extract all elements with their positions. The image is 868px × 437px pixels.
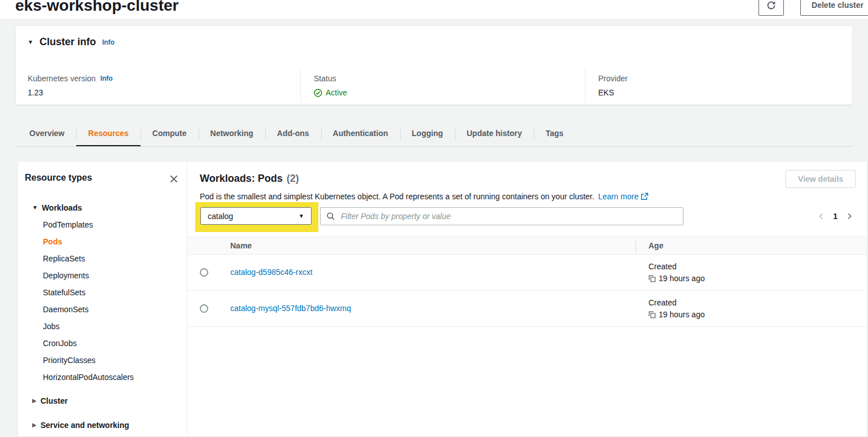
cluster-info-title: Cluster info xyxy=(40,36,96,48)
age-value: 19 hours ago xyxy=(659,274,705,283)
provider-value: EKS xyxy=(598,88,628,97)
page-header: eks-workshop-cluster Delete cluster xyxy=(0,0,868,19)
cluster-info-card: ▼ Cluster info Info Kubernetes version I… xyxy=(15,25,853,105)
status-active-icon xyxy=(314,89,322,97)
table-row: catalog-d5985c46-rxcxt Created 19 hours … xyxy=(187,255,867,291)
delete-cluster-button[interactable]: Delete cluster xyxy=(800,0,868,16)
page-title: eks-workshop-cluster xyxy=(15,0,178,15)
age-created-label: Created xyxy=(648,298,705,307)
age-value: 19 hours ago xyxy=(659,310,705,319)
kubernetes-version-value: 1.23 xyxy=(28,88,113,97)
eks-console-screen: eks-workshop-cluster Delete cluster ▼ Cl… xyxy=(0,0,868,437)
caret-down-icon: ▼ xyxy=(32,205,38,211)
tree-group-cluster[interactable]: ▶ Cluster xyxy=(18,392,187,409)
age-cell: Created 19 hours ago xyxy=(648,298,705,319)
close-sidebar-button[interactable] xyxy=(168,173,179,185)
pods-search xyxy=(320,207,683,225)
sidebar-item-statefulsets[interactable]: StatefulSets xyxy=(18,284,187,301)
resource-types-title: Resource types xyxy=(25,173,92,183)
tab-compute[interactable]: Compute xyxy=(141,121,199,147)
column-divider xyxy=(300,68,301,102)
name-column-header[interactable]: Name xyxy=(230,241,252,250)
sidebar-item-podtemplates[interactable]: PodTemplates xyxy=(18,216,187,233)
status-label: Status xyxy=(314,74,336,83)
refresh-icon xyxy=(766,1,776,10)
sidebar-item-cronjobs[interactable]: CronJobs xyxy=(18,335,187,352)
collapse-caret-icon[interactable]: ▼ xyxy=(28,40,33,45)
provider-label: Provider xyxy=(598,74,628,83)
column-divider xyxy=(635,241,636,252)
tree-group-label: Workloads xyxy=(42,203,82,212)
tab-resources[interactable]: Resources xyxy=(76,121,141,147)
row-select-radio[interactable] xyxy=(200,304,208,313)
tree-group-label: Cluster xyxy=(41,396,68,405)
external-link-icon xyxy=(641,193,648,200)
tree-group-workloads[interactable]: ▼ Workloads xyxy=(18,199,187,216)
age-cell: Created 19 hours ago xyxy=(648,262,705,283)
pods-table: Name Age catalog-d5985c46-rxcxt Created … xyxy=(187,237,867,327)
view-details-button[interactable]: View details xyxy=(786,170,856,188)
pods-description: Pod is the smallest and simplest Kuberne… xyxy=(200,192,648,201)
resource-types-sidebar: Resource types ▼ Workloads PodTemplates … xyxy=(18,161,187,436)
pods-panel-title-text: Workloads: Pods xyxy=(200,173,283,185)
tab-overview[interactable]: Overview xyxy=(17,121,76,147)
pods-panel: Workloads: Pods (2) View details Pod is … xyxy=(187,161,867,436)
copy-icon xyxy=(648,275,656,282)
tab-update-history[interactable]: Update history xyxy=(455,121,534,147)
tree-group-service-and-networking[interactable]: ▶ Service and networking xyxy=(18,417,187,434)
namespace-filter-dropdown[interactable]: catalog ▼ xyxy=(200,207,312,225)
pods-description-text: Pod is the smallest and simplest Kuberne… xyxy=(200,192,594,201)
age-column-header[interactable]: Age xyxy=(648,241,663,250)
sidebar-item-daemonsets[interactable]: DaemonSets xyxy=(18,301,187,318)
provider-field: Provider EKS xyxy=(598,74,628,97)
pods-table-header: Name Age xyxy=(187,237,867,255)
pod-name-link[interactable]: catalog-d5985c46-rxcxt xyxy=(230,268,313,277)
resources-card: Resource types ▼ Workloads PodTemplates … xyxy=(17,161,867,437)
sidebar-item-horizontalpodautoscalers[interactable]: HorizontalPodAutoscalers xyxy=(18,369,187,386)
search-icon xyxy=(326,212,335,221)
age-created-label: Created xyxy=(648,262,705,271)
status-field: Status Active xyxy=(314,74,347,97)
sidebar-item-pods[interactable]: Pods xyxy=(18,233,187,250)
status-badge: Active xyxy=(326,88,347,97)
learn-more-label: Learn more xyxy=(598,192,639,201)
kubernetes-version-label: Kubernetes version xyxy=(28,74,96,83)
pods-filter-input[interactable] xyxy=(320,207,683,225)
copy-icon xyxy=(648,311,656,318)
kubernetes-version-field: Kubernetes version Info 1.23 xyxy=(28,74,113,97)
cluster-tabs: Overview Resources Compute Networking Ad… xyxy=(17,121,575,147)
pods-count: (2) xyxy=(287,173,299,185)
tab-networking[interactable]: Networking xyxy=(199,121,265,147)
close-icon xyxy=(169,174,179,184)
tab-tags[interactable]: Tags xyxy=(534,121,576,147)
tab-logging[interactable]: Logging xyxy=(400,121,455,147)
pods-panel-title: Workloads: Pods (2) xyxy=(200,173,299,185)
chevron-down-icon: ▼ xyxy=(299,213,304,219)
sidebar-item-deployments[interactable]: Deployments xyxy=(18,267,187,284)
refresh-button[interactable] xyxy=(759,0,784,16)
caret-right-icon: ▶ xyxy=(32,422,37,428)
sidebar-item-priorityclasses[interactable]: PriorityClasses xyxy=(18,352,187,369)
tree-group-label: Service and networking xyxy=(41,421,129,430)
resource-tree: ▼ Workloads PodTemplates Pods ReplicaSet… xyxy=(18,199,187,434)
next-page-button[interactable] xyxy=(846,212,853,220)
cluster-info-header: ▼ Cluster info Info xyxy=(28,36,115,48)
tabs-divider xyxy=(15,146,853,147)
row-select-radio[interactable] xyxy=(200,268,208,277)
cluster-info-columns: Kubernetes version Info 1.23 Status Acti… xyxy=(16,68,852,106)
previous-page-button[interactable] xyxy=(818,212,825,220)
column-divider xyxy=(585,68,585,102)
table-row: catalog-mysql-557fdb7bd6-hwxmq Created 1… xyxy=(187,291,867,327)
tab-authentication[interactable]: Authentication xyxy=(321,121,400,147)
sidebar-item-jobs[interactable]: Jobs xyxy=(18,318,187,335)
kubernetes-version-info-link[interactable]: Info xyxy=(100,75,113,82)
learn-more-link[interactable]: Learn more xyxy=(598,192,649,201)
pagination: 1 xyxy=(818,207,853,225)
sidebar-item-replicasets[interactable]: ReplicaSets xyxy=(18,250,187,267)
current-page-number[interactable]: 1 xyxy=(833,212,838,221)
tab-add-ons[interactable]: Add-ons xyxy=(265,121,321,147)
namespace-filter-value: catalog xyxy=(208,212,233,221)
caret-right-icon: ▶ xyxy=(32,398,37,404)
cluster-info-info-link[interactable]: Info xyxy=(102,38,115,46)
pod-name-link[interactable]: catalog-mysql-557fdb7bd6-hwxmq xyxy=(230,304,351,313)
